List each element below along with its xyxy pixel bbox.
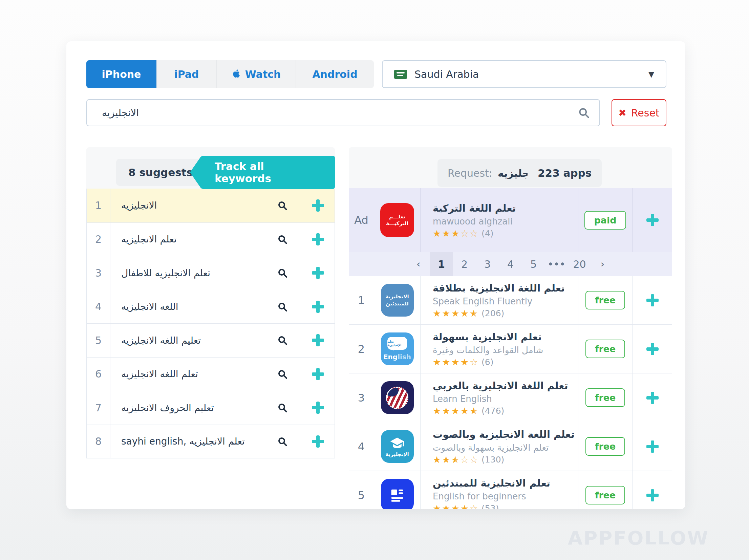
- add-keyword-button[interactable]: [301, 189, 335, 222]
- track-app-button[interactable]: [633, 422, 672, 471]
- suggest-keyword-cell[interactable]: تعلم الانجليزيه للاطفال: [110, 256, 301, 290]
- pagination-page-5[interactable]: 5: [522, 252, 545, 276]
- platform-tabs: iPhone iPad Watch Android: [86, 60, 374, 88]
- price-badge: free: [585, 437, 625, 456]
- app-rank: 1: [349, 276, 374, 324]
- search-keyword-icon[interactable]: [277, 436, 288, 447]
- x-icon: ✖: [618, 107, 626, 119]
- app-rank: 5: [349, 471, 374, 509]
- suggest-keyword-cell[interactable]: تعليم اللغه الانجليزيه: [110, 324, 301, 357]
- suggest-row: 7 تعليم الحروف الانجليزيه: [87, 391, 335, 425]
- app-row: 5 تعلم الانجليزية للمبتدئين English for …: [349, 471, 672, 509]
- pagination-ellipsis[interactable]: •••: [545, 252, 568, 276]
- chevron-down-icon: ▼: [648, 70, 654, 79]
- country-select[interactable]: Saudi Arabia ▼: [382, 60, 666, 88]
- suggest-keyword-cell[interactable]: الانجليزيه: [110, 189, 301, 222]
- app-row: Ad تعلـــمالتركيـــة تعلم اللغة التركية …: [349, 188, 672, 252]
- reset-button[interactable]: ✖ Reset: [612, 99, 666, 126]
- add-keyword-button[interactable]: [301, 324, 335, 357]
- suggest-keyword-cell[interactable]: اللغه الانجليزيه: [110, 290, 301, 324]
- price-badge: paid: [584, 211, 626, 230]
- tab-watch[interactable]: Watch: [217, 60, 296, 88]
- suggest-keyword-cell[interactable]: تعلم الانجليزيه: [110, 223, 301, 256]
- search-input[interactable]: [87, 107, 578, 119]
- app-info: تعلم اللغة الانجليزية بطلاقة Speak Engli…: [421, 276, 578, 324]
- pagination-page-2[interactable]: 2: [453, 252, 476, 276]
- track-app-button[interactable]: [633, 373, 672, 422]
- star-icon: ★: [461, 309, 469, 318]
- results-table: 1 الانجليزيةللمبتدئين تعلم اللغة الانجلي…: [349, 276, 672, 509]
- search-keyword-icon[interactable]: [277, 234, 288, 245]
- star-icon: ★: [442, 406, 450, 415]
- pagination-page-1[interactable]: 1: [430, 252, 453, 276]
- star-icon: ★: [433, 504, 441, 509]
- app-row: 1 الانجليزيةللمبتدئين تعلم اللغة الانجلي…: [349, 276, 672, 325]
- add-keyword-button[interactable]: [301, 391, 335, 425]
- star-icon: ☆: [470, 229, 478, 238]
- pagination-page-20[interactable]: 20: [568, 252, 591, 276]
- app-icon-tile: [381, 381, 414, 414]
- suggest-keyword: تعليم الحروف الانجليزيه: [121, 402, 214, 413]
- search-keyword-icon[interactable]: [277, 200, 288, 211]
- search-keyword-icon[interactable]: [277, 402, 288, 413]
- track-app-button[interactable]: [633, 276, 672, 324]
- plus-icon: [312, 199, 324, 212]
- price-badge-cell: free: [578, 276, 633, 324]
- search-keyword-icon[interactable]: [277, 335, 288, 346]
- star-icon: ★★: [470, 309, 478, 318]
- search-keyword-icon[interactable]: [277, 369, 288, 380]
- app-icon[interactable]: تعلـــمالتركيـــة: [374, 188, 421, 252]
- suggest-keyword: sayhi english, تعلم الانجليزيه: [121, 436, 245, 447]
- pagination-next[interactable]: ›: [591, 252, 614, 276]
- star-icon: ★: [433, 358, 441, 367]
- suggest-keyword-cell[interactable]: sayhi english, تعلم الانجليزيه: [110, 425, 301, 458]
- app-subtitle: Speak English Fluently: [433, 296, 578, 306]
- track-app-button[interactable]: [633, 471, 672, 509]
- pagination-page-3[interactable]: 3: [476, 252, 499, 276]
- suggest-keyword-cell[interactable]: تعلم اللغه الانجليزيه: [110, 358, 301, 391]
- price-badge-cell: free: [578, 373, 633, 422]
- pagination-prev[interactable]: ‹: [407, 252, 430, 276]
- pagination-page-4[interactable]: 4: [499, 252, 522, 276]
- app-subtitle: تعلم الانجليزية بسهولة وبالصوت: [433, 443, 578, 453]
- suggest-rank: 5: [87, 324, 110, 357]
- price-badge: free: [585, 340, 625, 358]
- tab-android[interactable]: Android: [296, 60, 374, 88]
- star-icon: ☆: [461, 455, 469, 464]
- app-title: تعلم اللغة الانجليزية بطلاقة: [433, 282, 578, 294]
- star-icon: ☆: [461, 229, 469, 238]
- app-row: 3 تعلم اللغة الانجليزية بالعربي Learn En…: [349, 373, 672, 422]
- app-row: 4 الإنجليزية تعلم اللغة الانجليزية وبالص…: [349, 422, 672, 471]
- add-keyword-button[interactable]: [301, 256, 335, 290]
- suggest-rank: 4: [87, 290, 110, 324]
- app-info: تعلم الانجليزية بسهولة شامل القواعد والك…: [421, 325, 578, 373]
- add-keyword-button[interactable]: [301, 425, 335, 458]
- add-keyword-button[interactable]: [301, 223, 335, 256]
- star-icon: ★: [442, 504, 450, 509]
- star-icon: ★: [451, 309, 459, 318]
- search-keyword-icon[interactable]: [277, 267, 288, 278]
- plus-icon: [312, 301, 324, 313]
- app-icon[interactable]: تعلم الإنجليزيةEnglish: [374, 325, 421, 373]
- search-keyword-icon[interactable]: [277, 301, 288, 312]
- track-all-keywords-button[interactable]: Track all keywords: [201, 156, 335, 189]
- app-icon[interactable]: [374, 471, 421, 509]
- suggest-row: 6 تعلم اللغه الانجليزيه: [87, 357, 335, 391]
- track-app-button[interactable]: [633, 325, 672, 373]
- tab-ipad[interactable]: iPad: [157, 60, 217, 88]
- track-app-button[interactable]: [633, 188, 672, 252]
- app-icon[interactable]: الإنجليزية: [374, 422, 421, 471]
- tab-iphone[interactable]: iPhone: [86, 60, 157, 88]
- suggest-keyword-cell[interactable]: تعليم الحروف الانجليزيه: [110, 391, 301, 425]
- add-keyword-button[interactable]: [301, 290, 335, 324]
- reviews-count: (6): [481, 358, 493, 366]
- request-label: Request:: [448, 167, 492, 179]
- app-icon[interactable]: الانجليزيةللمبتدئين: [374, 276, 421, 324]
- search-icon[interactable]: [578, 107, 590, 119]
- price-badge-cell: free: [578, 471, 633, 509]
- add-keyword-button[interactable]: [301, 358, 335, 391]
- app-title: تعلم الانجليزية بسهولة: [433, 331, 578, 343]
- app-icon[interactable]: [374, 373, 421, 422]
- plus-icon: [646, 392, 659, 404]
- app-icon-tile: تعلم الإنجليزيةEnglish: [381, 332, 414, 365]
